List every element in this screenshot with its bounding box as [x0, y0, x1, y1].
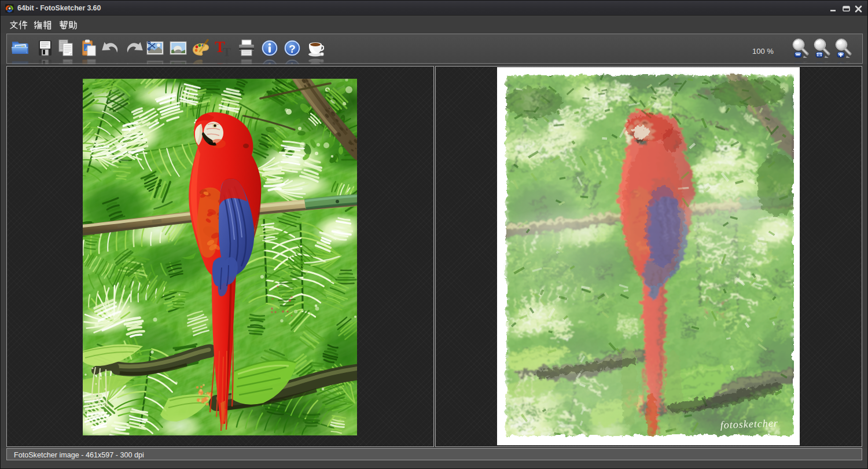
svg-text:1:1: 1:1: [816, 53, 822, 57]
svg-text:T: T: [223, 45, 231, 57]
svg-text:?: ?: [289, 43, 296, 55]
svg-text:fotosketcher: fotosketcher: [720, 417, 778, 431]
